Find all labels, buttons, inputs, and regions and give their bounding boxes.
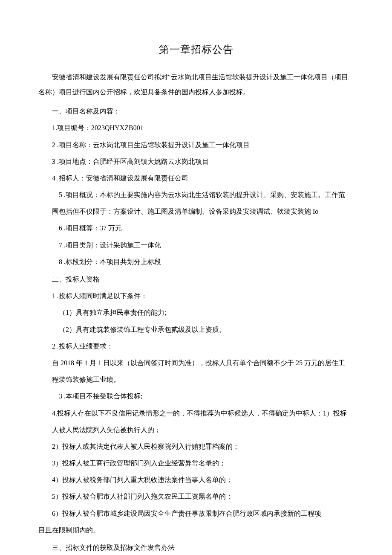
section2-req-line1: 自 2018 年 1 月 1 日以来（以合同签订时间为准），投标人具有单个合同额… xyxy=(38,355,354,370)
section1-item-5-line1: 5 .项目概况：本标的主要实施内容为云水岗北生活馆软装的提升设计、采购、安装施工… xyxy=(38,187,354,202)
section2-sub-1: （1）具有独立承担民事责任的能力; xyxy=(38,305,354,320)
section1-header: 一、项目名称及内容： xyxy=(38,104,354,119)
section2-sublist-3: 3）投标人被工商行政管理部门列入企业经营异常名录的； xyxy=(38,456,354,471)
section2-item-2: 2 .投标人业绩要求： xyxy=(38,339,354,354)
section2-header: 二、投标人资格 xyxy=(38,272,354,287)
section1-item-1: 1.项目编号：2023QHYXZB001 xyxy=(38,120,354,135)
section2-sublist-4: 4）投标人被税务部门列入重大税收违法案件当事人名单的； xyxy=(38,472,354,487)
intro-prefix: 安徽省清和建设发展有限责任公司拟对" xyxy=(52,73,171,81)
section1-item-4: 4 .招标人：安徽省清和建设发展有限责任公司 xyxy=(38,171,354,186)
section3-header: 三、招标文件的获取及招标文件发售办法 xyxy=(38,540,354,555)
intro-paragraph: 安徽省清和建设发展有限责任公司拟对"云水岗北项目生活馆软装提升设计及施工一体化项… xyxy=(38,70,354,99)
section1-item-5-line2: 围包括但不仅限于：方案设计、施工图及清单编制、设备采购及安装调试、软装安装施 I… xyxy=(38,204,354,219)
section2-item-1: 1 .投标人须同时满足以下条件： xyxy=(38,288,354,303)
section2-item-4-line1: 4.投标人存在以下不良信用记录情形之一的，不得推荐为中标候选人，不得确定为中标人… xyxy=(38,406,354,421)
section1-item-3: 3 .项目地点：合肥经开区高刘镇大姚路云水岗北项目 xyxy=(38,154,354,169)
intro-underlined-project: 云水岗北项目生活馆软装提升设计及施工一体化项 xyxy=(171,73,321,81)
section2-sublist-5: 5）投标人被合肥市人社部门列入拖欠农民工工资黑名单的； xyxy=(38,489,354,504)
chapter-title: 第一章招标公告 xyxy=(38,38,354,61)
section2-item-4-line2: 人被人民法院列入失信被执行人的； xyxy=(38,422,354,437)
section2-sublist-2: 2）投标人或其法定代表人被人民检察院列入行贿犯罪档案的； xyxy=(38,439,354,454)
section1-item-7: 7 .项目类别：设计采购施工一体化 xyxy=(38,238,354,253)
section1-item-2: 2 .项目名称：云水岗北项目生活馆软装提升设计及施工一体化项目 xyxy=(38,137,354,152)
section2-sub-2: （2）具有建筑装修装饰工程专业承包贰级及以上资质。 xyxy=(38,322,354,337)
section2-tail: 目且在限制期内的。 xyxy=(38,523,354,538)
section2-sublist-6: 6）投标人被合肥市城乡建设局因安全生产责任事故限制在合肥行政区域内承接新的工程项 xyxy=(38,506,354,521)
section2-req-line2: 程装饰装修施工业绩。 xyxy=(38,372,354,387)
section1-item-6: 6 .项目概算：37 万元 xyxy=(38,221,354,235)
section2-item-3: 3 .本项目不接受联合体投标; xyxy=(38,389,354,404)
section1-item-8: 8 .标段划分：本项目共划分上标段 xyxy=(38,254,354,269)
